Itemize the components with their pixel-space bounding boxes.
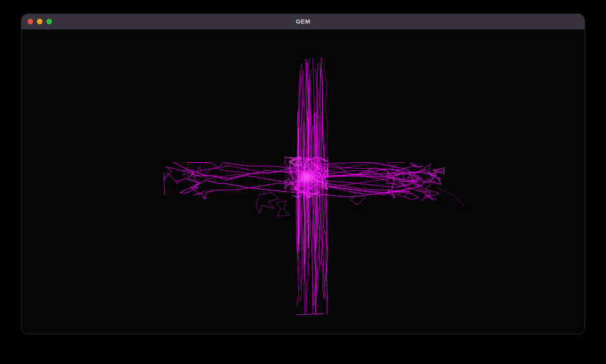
gem-drawing	[22, 30, 584, 334]
zoom-button[interactable]	[46, 19, 52, 24]
titlebar[interactable]: GEM	[22, 14, 584, 30]
app-window: GEM	[21, 13, 585, 334]
traffic-lights	[28, 14, 52, 29]
window-title: GEM	[296, 14, 310, 29]
minimize-button[interactable]	[37, 19, 42, 24]
gem-canvas[interactable]	[22, 30, 584, 334]
close-button[interactable]	[28, 19, 33, 24]
